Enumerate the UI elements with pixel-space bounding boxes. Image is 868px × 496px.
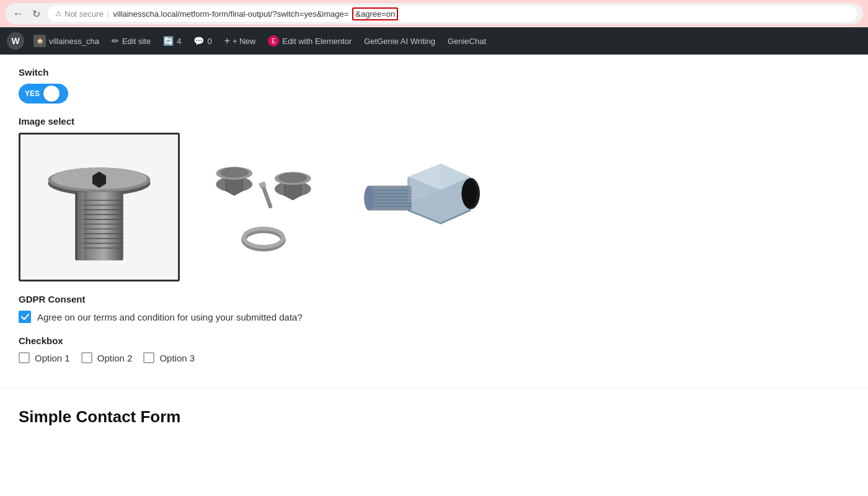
checkbox-option-3[interactable]: Option 3 — [143, 352, 195, 363]
checkmark-icon — [21, 314, 29, 320]
image-option-2[interactable] — [192, 139, 335, 275]
image-select-label: Image select — [19, 116, 849, 126]
back-button[interactable]: ← — [11, 7, 25, 20]
image-select-section: Image select — [19, 116, 849, 281]
url-field[interactable]: ⚠ Not secure | villainesscha.local/metfo… — [48, 6, 857, 22]
updates-icon: 🔄 — [163, 36, 174, 46]
url-highlight: &agree=on — [352, 7, 398, 20]
site-name-label: villainess_cha — [49, 37, 99, 46]
switch-label: Switch — [19, 67, 849, 78]
browser-chrome: ← ↻ ⚠ Not secure | villainesscha.local/m… — [0, 0, 868, 27]
toggle-yes-label: YES — [25, 89, 40, 98]
checkbox-1-box — [19, 352, 30, 363]
image-select-grid — [19, 133, 849, 281]
svg-point-22 — [220, 167, 249, 178]
url-separator: | — [107, 9, 109, 19]
bolt-image-2 — [198, 145, 329, 269]
elementor-icon: E — [268, 35, 279, 46]
svg-point-28 — [278, 172, 307, 183]
gdpr-text: Agree on our terms and condition for usi… — [37, 312, 303, 322]
gdpr-row: Agree on our terms and condition for usi… — [19, 311, 849, 323]
image-option-1[interactable] — [19, 133, 180, 281]
comments-count: 0 — [207, 37, 211, 46]
site-icon: 🏠 — [33, 35, 46, 47]
svg-point-44 — [364, 186, 374, 211]
main-content: Switch YES Image select — [0, 55, 868, 376]
edit-elementor-item[interactable]: E Edit with Elementor — [262, 27, 358, 55]
checkbox-section: Checkbox Option 1 Option 2 Option 3 — [19, 335, 849, 363]
wp-admin-bar: W 🏠 villainess_cha ✏ Edit site 🔄 4 💬 0 +… — [0, 27, 868, 55]
checkbox-label: Checkbox — [19, 335, 849, 346]
new-item[interactable]: + + New — [218, 27, 262, 55]
contact-form-title: Simple Contact Form — [19, 407, 849, 427]
gdpr-checkbox[interactable] — [19, 311, 31, 323]
get-genie-label: GetGenie AI Writing — [364, 37, 435, 46]
checkbox-1-label: Option 1 — [35, 353, 70, 363]
checkbox-3-box — [143, 352, 154, 363]
updates-item[interactable]: 🔄 4 — [157, 27, 187, 55]
checkbox-2-label: Option 2 — [97, 353, 133, 363]
gdpr-section: GDPR Consent Agree on our terms and cond… — [19, 294, 849, 323]
toggle-knob — [43, 86, 60, 102]
switch-section: Switch YES — [19, 67, 849, 104]
bolt-image-1 — [31, 139, 167, 275]
wp-logo-item[interactable]: W — [4, 27, 27, 55]
contact-form-section: Simple Contact Form — [0, 388, 868, 439]
genie-chat-label: GenieChat — [448, 37, 486, 46]
checkbox-2-box — [81, 352, 92, 363]
new-plus-icon: + — [224, 35, 230, 46]
comments-icon: 💬 — [193, 36, 204, 46]
edit-site-icon: ✏ — [112, 36, 119, 46]
gdpr-label: GDPR Consent — [19, 294, 849, 304]
new-label: + New — [232, 37, 255, 46]
wp-logo-icon: W — [7, 32, 24, 50]
edit-site-item[interactable]: ✏ Edit site — [105, 27, 157, 55]
url-domain: villainesscha.local/metform-form/final-o… — [113, 9, 348, 19]
checkbox-3-label: Option 3 — [159, 353, 195, 363]
checkbox-option-2[interactable]: Option 2 — [81, 352, 133, 363]
refresh-button[interactable]: ↻ — [31, 8, 42, 20]
get-genie-item[interactable]: GetGenie AI Writing — [358, 27, 441, 55]
toggle-switch[interactable]: YES — [19, 84, 68, 104]
bolt-image-3 — [353, 139, 502, 269]
svg-rect-18 — [78, 192, 84, 260]
checkbox-option-1[interactable]: Option 1 — [19, 352, 70, 363]
genie-chat-item[interactable]: GenieChat — [441, 27, 492, 55]
checkbox-row: Option 1 Option 2 Option 3 — [19, 352, 849, 363]
comments-item[interactable]: 💬 0 — [187, 27, 218, 55]
edit-site-label: Edit site — [122, 37, 151, 46]
security-indicator: ⚠ Not secure — [55, 9, 104, 19]
elementor-label: Edit with Elementor — [282, 37, 352, 46]
updates-count: 4 — [177, 37, 181, 46]
address-bar: ← ↻ ⚠ Not secure | villainesscha.local/m… — [5, 3, 863, 24]
svg-point-42 — [462, 179, 477, 208]
image-option-3[interactable] — [347, 136, 508, 272]
site-name-item[interactable]: 🏠 villainess_cha — [27, 27, 105, 55]
